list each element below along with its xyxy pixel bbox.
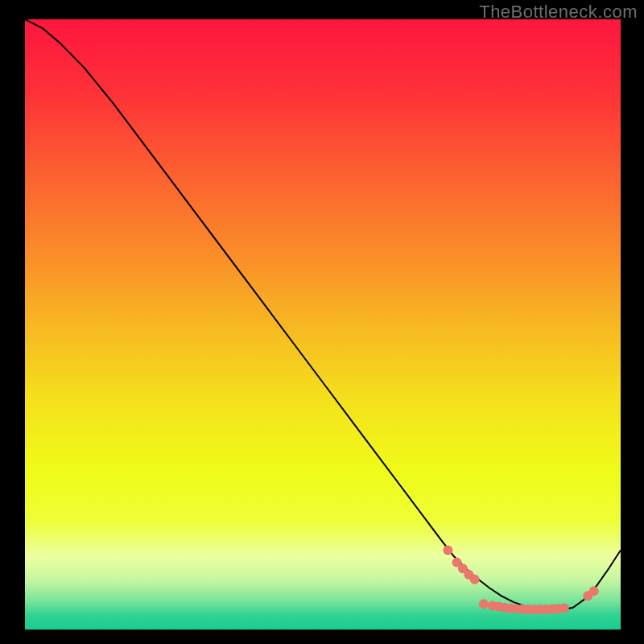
chart-plot-area bbox=[25, 19, 621, 630]
chart-gradient-bg bbox=[25, 19, 621, 630]
chart-svg bbox=[25, 19, 621, 630]
chart-marker bbox=[470, 575, 480, 584]
watermark-text: TheBottleneck.com bbox=[479, 2, 638, 23]
chart-stage: TheBottleneck.com bbox=[0, 0, 644, 644]
chart-marker bbox=[589, 586, 599, 596]
chart-marker bbox=[479, 599, 489, 609]
chart-marker bbox=[559, 603, 569, 613]
chart-marker bbox=[443, 545, 452, 555]
